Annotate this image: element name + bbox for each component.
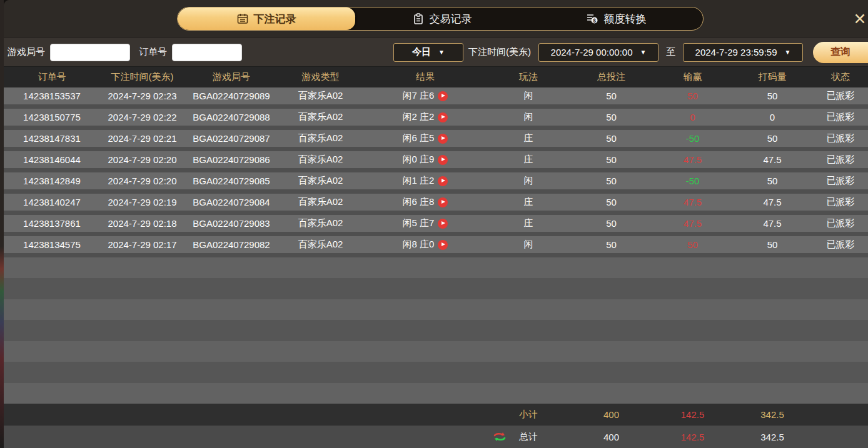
table-cell: 2024-7-29 02:21: [100, 133, 184, 144]
table-cell: 已派彩: [813, 132, 868, 144]
table-row[interactable]: 142381402472024-7-29 02:19BGA02240729084…: [4, 194, 868, 215]
table-cell: 百家乐A02: [278, 196, 363, 208]
table-cell: 47.5: [654, 197, 732, 207]
end-time-select[interactable]: 2024-7-29 23:59:59 ▼: [683, 43, 803, 62]
play-video-icon[interactable]: [438, 219, 448, 229]
order-no-input[interactable]: [172, 44, 242, 61]
table-cell: BGA02240729088: [184, 112, 278, 122]
table-cell: 已派彩: [813, 111, 868, 123]
svg-text:$: $: [593, 17, 596, 24]
table-row[interactable]: 142381428492024-7-29 02:20BGA02240729085…: [4, 172, 868, 194]
table-cell: 50: [732, 91, 813, 101]
total-win-loss: 142.5: [654, 432, 732, 442]
table-cell: 庄: [488, 196, 569, 208]
tab-label: 额度转换: [604, 12, 647, 26]
table-cell: 14238140247: [4, 197, 100, 207]
play-video-icon[interactable]: [438, 240, 448, 250]
search-button[interactable]: 查询: [813, 42, 868, 63]
table-cell: -50: [654, 176, 732, 186]
coin-transfer-icon: $: [586, 13, 598, 24]
table-row[interactable]: 142381378612024-7-29 02:18BGA02240729083…: [4, 215, 868, 236]
table-row[interactable]: 142381478312024-7-29 02:21BGA02240729087…: [4, 130, 868, 151]
date-preset-select[interactable]: 今日 ▼: [393, 43, 463, 62]
table-cell: 百家乐A02: [278, 111, 363, 123]
table-cell: 百家乐A02: [278, 90, 363, 102]
column-header: 输赢: [654, 71, 732, 83]
refresh-swap-icon[interactable]: [493, 432, 507, 442]
tab-transactions[interactable]: 交易记录: [355, 7, 529, 30]
table-cell: 50: [569, 197, 654, 207]
subtotal-label: 小计: [488, 409, 569, 421]
table-cell: 百家乐A02: [278, 217, 363, 229]
table-cell: 已派彩: [813, 196, 868, 208]
column-header: 游戏局号: [184, 71, 278, 83]
play-video-icon[interactable]: [438, 112, 448, 122]
table-cell: BGA02240729084: [184, 197, 278, 207]
subtotal-win-loss: 142.5: [654, 409, 732, 420]
table-cell: 0: [654, 112, 732, 122]
top-bar: 下注记录 交易记录: [4, 0, 868, 37]
total-row: 总计 400 142.5 342.5: [4, 425, 868, 448]
to-label: 至: [666, 46, 675, 58]
table-cell: BGA02240729086: [184, 154, 278, 165]
table-cell: 50: [569, 154, 654, 165]
screen: 下注记录 交易记录: [0, 0, 868, 448]
subtotal-total-bet: 400: [569, 409, 654, 420]
table-cell: 2024-7-29 02:18: [100, 218, 184, 229]
start-time-select[interactable]: 2024-7-29 00:00:00 ▼: [538, 43, 659, 62]
table-cell: 百家乐A02: [278, 132, 363, 144]
table-row[interactable]: 142381345752024-7-29 02:17BGA02240729082…: [4, 236, 868, 257]
empty-table-row: [4, 320, 868, 341]
calendar-icon: [237, 13, 248, 24]
table-cell: 闲1 庄2: [363, 175, 488, 187]
table-row[interactable]: 142381460442024-7-29 02:20BGA02240729086…: [4, 151, 868, 172]
table-row[interactable]: 142381535372024-7-29 02:23BGA02240729089…: [4, 87, 868, 109]
table-cell: -50: [654, 133, 732, 144]
chevron-down-icon: ▼: [438, 49, 445, 56]
game-round-input[interactable]: [50, 44, 130, 61]
tab-bet-records[interactable]: 下注记录: [178, 7, 355, 30]
table-cell: 闲: [488, 239, 569, 251]
empty-table-row: [4, 341, 868, 362]
table-cell: 已派彩: [813, 154, 868, 166]
empty-table-row: [4, 257, 868, 278]
tab-label: 下注记录: [254, 12, 296, 26]
tab-quota-transfer[interactable]: $ 额度转换: [529, 7, 703, 30]
bet-records-modal: 下注记录 交易记录: [4, 0, 868, 448]
play-video-icon[interactable]: [438, 134, 448, 144]
table-cell: 47.5: [732, 154, 813, 165]
table-cell: 50: [569, 239, 654, 250]
column-header: 打码量: [732, 71, 813, 83]
column-header: 总投注: [569, 71, 654, 83]
total-label: 总计: [519, 431, 538, 442]
table-cell: 47.5: [732, 197, 813, 207]
table-row[interactable]: 142381507752024-7-29 02:22BGA02240729088…: [4, 109, 868, 130]
filter-right-group: 今日 ▼ 下注时间(美东) 2024-7-29 00:00:00 ▼ 至 202…: [393, 42, 868, 63]
result-text: 闲6 庄8: [403, 196, 435, 208]
play-video-icon[interactable]: [438, 176, 448, 186]
close-icon[interactable]: ✕: [852, 11, 868, 27]
empty-table-row: [4, 383, 868, 404]
table-cell: BGA02240729083: [184, 218, 278, 229]
result-text: 闲2 庄2: [403, 111, 435, 123]
play-video-icon[interactable]: [438, 197, 448, 207]
table-cell: 已派彩: [813, 175, 868, 187]
table-cell: 闲6 庄8: [363, 196, 488, 208]
result-text: 闲6 庄5: [403, 132, 435, 144]
table-cell: 14238147831: [4, 133, 100, 144]
table-cell: 14238153537: [4, 91, 100, 101]
table-cell: BGA02240729087: [184, 133, 278, 144]
table-cell: 50: [732, 133, 813, 144]
filter-bar: 游戏局号 订单号 今日 ▼ 下注时间(美东) 2024-7-29 00:00:0…: [4, 37, 868, 66]
column-header: 订单号: [4, 71, 100, 83]
play-video-icon[interactable]: [438, 155, 448, 165]
table-cell: 14238134575: [4, 239, 100, 250]
table-cell: 2024-7-29 02:23: [100, 91, 184, 101]
play-video-icon[interactable]: [438, 91, 448, 101]
total-turnover: 342.5: [732, 432, 813, 442]
table-cell: 已派彩: [813, 239, 868, 251]
table-cell: 50: [654, 91, 732, 101]
empty-table-row: [4, 362, 868, 382]
result-text: 闲0 庄9: [403, 154, 435, 166]
table-cell: 百家乐A02: [278, 175, 363, 187]
